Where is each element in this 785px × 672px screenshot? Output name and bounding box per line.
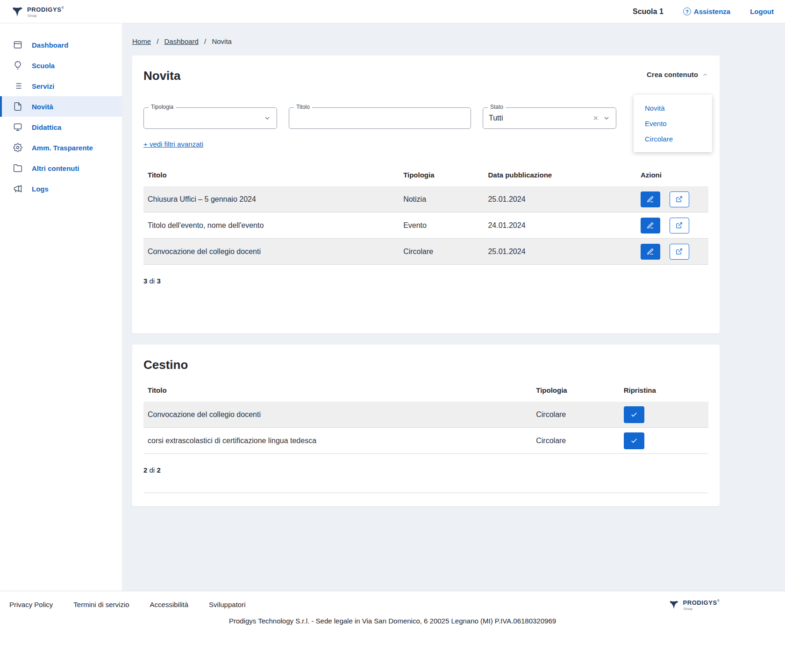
- open-external-button[interactable]: [670, 191, 689, 207]
- brand-name: PRODIGYS: [27, 6, 61, 13]
- brand-subtitle: Group: [28, 14, 64, 17]
- sidebar-item-didattica[interactable]: Didattica: [0, 117, 122, 137]
- edit-button[interactable]: [641, 244, 660, 260]
- sidebar-label: Logs: [32, 185, 49, 193]
- school-name: Scuola 1: [633, 7, 664, 16]
- sidebar-label: Servizi: [32, 82, 54, 90]
- table-row: Chiusura Uffici – 5 gennaio 2024 Notizia…: [143, 186, 708, 212]
- table-row: Convocazione del collegio docenti Circol…: [143, 239, 708, 265]
- row-titolo: corsi extrascolastici di certificazione …: [143, 437, 536, 445]
- create-content-label: Crea contenuto: [647, 71, 698, 78]
- pagination-shown: 3: [143, 277, 147, 285]
- restore-button[interactable]: [624, 406, 644, 423]
- footer-link-accessibilita[interactable]: Accessibilità: [150, 601, 189, 608]
- table-row: Titolo dell'evento, nome dell'evento Eve…: [143, 212, 708, 239]
- assistenza-label: Assistenza: [694, 7, 730, 15]
- pagination-total: 2: [157, 466, 160, 474]
- clear-icon[interactable]: ×: [593, 114, 598, 122]
- sidebar-item-novita[interactable]: Novità: [0, 96, 122, 117]
- divider: [143, 493, 708, 493]
- create-content-button[interactable]: Crea contenuto: [647, 69, 708, 80]
- edit-button[interactable]: [641, 191, 660, 207]
- col-header-tipologia: Tipologia: [536, 386, 623, 394]
- sidebar: Dashboard Scuola Servizi Novità Didattic: [0, 23, 122, 591]
- open-external-button[interactable]: [670, 244, 689, 260]
- breadcrumb-separator: /: [204, 37, 206, 45]
- gear-icon: [13, 143, 22, 152]
- pagination-separator: di: [150, 466, 155, 474]
- sidebar-item-amm-trasparente[interactable]: Amm. Trasparente: [0, 137, 122, 158]
- pencil-icon: [647, 222, 654, 229]
- document-icon: [13, 102, 22, 111]
- breadcrumb-dashboard[interactable]: Dashboard: [164, 37, 199, 45]
- cestino-card: Cestino Titolo Tipologia Ripristina Conv…: [132, 345, 720, 506]
- row-titolo: Convocazione del collegio docenti: [143, 248, 403, 256]
- col-header-azioni: Azioni: [641, 171, 708, 179]
- pagination: 2 di 2: [143, 466, 708, 474]
- menu-item-novita[interactable]: Novità: [634, 100, 712, 116]
- open-external-button[interactable]: [670, 218, 689, 233]
- sidebar-label: Didattica: [32, 123, 61, 131]
- sidebar-item-altri-contenuti[interactable]: Altri contenuti: [0, 158, 122, 178]
- footer: Privacy Policy Termini di servizio Acces…: [0, 591, 785, 639]
- page-title: Novita: [143, 69, 180, 83]
- sidebar-label: Altri contenuti: [32, 164, 79, 172]
- titolo-filter-input[interactable]: [295, 108, 465, 128]
- chevron-down-icon: [603, 114, 610, 122]
- brand-reg: ®: [61, 6, 64, 9]
- presentation-icon: [13, 122, 22, 132]
- col-header-tipologia: Tipologia: [403, 171, 488, 179]
- folder-icon: [13, 163, 22, 173]
- tipologia-select[interactable]: Tipologia: [143, 107, 277, 129]
- check-icon: [630, 411, 638, 418]
- stato-value: Tutti: [489, 114, 593, 122]
- dashboard-icon: [13, 40, 22, 50]
- help-icon: ?: [683, 7, 691, 15]
- sidebar-item-servizi[interactable]: Servizi: [0, 76, 122, 96]
- titolo-label: Titolo: [294, 104, 312, 110]
- footer-link-termini[interactable]: Termini di servizio: [73, 601, 129, 608]
- sidebar-label: Amm. Trasparente: [32, 144, 93, 152]
- novita-table: Titolo Tipologia Data pubblicazione Azio…: [143, 171, 708, 265]
- sidebar-item-scuola[interactable]: Scuola: [0, 55, 122, 76]
- logout-link[interactable]: Logout: [750, 7, 774, 15]
- edit-button[interactable]: [641, 218, 660, 233]
- row-data: 25.01.2024: [488, 195, 640, 204]
- assistenza-link[interactable]: ? Assistenza: [683, 7, 730, 15]
- menu-item-circolare[interactable]: Circolare: [634, 131, 712, 147]
- row-tipologia: Notizia: [403, 195, 488, 204]
- titolo-filter-field: Titolo: [289, 107, 471, 129]
- advanced-filters-link[interactable]: + vedi filtri avanzati: [143, 140, 203, 148]
- cestino-table: Titolo Tipologia Ripristina Convocazione…: [143, 386, 708, 454]
- list-icon: [13, 81, 22, 91]
- table-row: Convocazione del collegio docenti Circol…: [143, 402, 708, 428]
- sidebar-item-logs[interactable]: Logs: [0, 178, 122, 199]
- breadcrumb-current: Novita: [212, 37, 232, 45]
- breadcrumb-separator: /: [157, 37, 158, 45]
- megaphone-icon: [13, 184, 22, 193]
- sidebar-label: Scuola: [32, 62, 55, 70]
- chevron-up-icon: [702, 71, 708, 78]
- menu-item-evento[interactable]: Evento: [634, 116, 712, 131]
- restore-button[interactable]: [624, 432, 644, 449]
- main-content: Home / Dashboard / Novita Novita Crea co…: [122, 23, 785, 591]
- sidebar-label: Novità: [32, 103, 53, 111]
- footer-link-privacy[interactable]: Privacy Policy: [9, 601, 53, 608]
- row-titolo: Convocazione del collegio docenti: [143, 410, 536, 419]
- col-header-titolo: Titolo: [143, 386, 536, 394]
- stato-select[interactable]: Stato Tutti ×: [483, 107, 616, 129]
- brand-logo: PRODIGYS® Group: [11, 5, 64, 18]
- external-link-icon: [676, 196, 683, 203]
- col-header-titolo: Titolo: [143, 171, 403, 179]
- footer-link-sviluppatori[interactable]: Sviluppatori: [209, 601, 245, 608]
- breadcrumb: Home / Dashboard / Novita: [132, 37, 720, 45]
- sidebar-item-dashboard[interactable]: Dashboard: [0, 35, 122, 55]
- col-header-data: Data pubblicazione: [488, 171, 640, 179]
- breadcrumb-home[interactable]: Home: [132, 37, 151, 45]
- row-tipologia: Circolare: [403, 248, 488, 256]
- row-titolo: Chiusura Uffici – 5 gennaio 2024: [143, 195, 403, 204]
- sidebar-label: Dashboard: [32, 41, 68, 49]
- row-data: 25.01.2024: [488, 248, 640, 256]
- check-icon: [630, 437, 638, 445]
- brand-subtitle: Group: [683, 607, 720, 610]
